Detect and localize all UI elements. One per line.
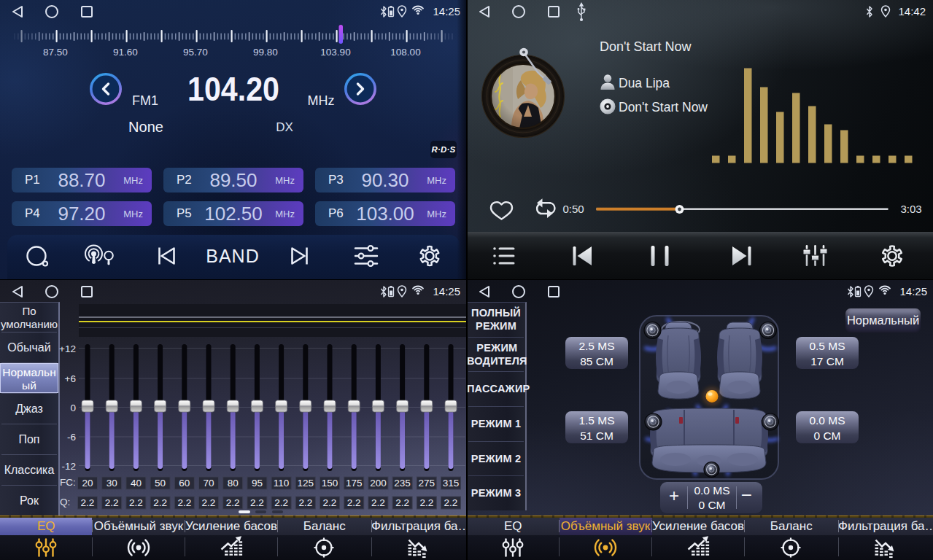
svg-text:+6: +6 [65, 373, 76, 384]
svg-text:70: 70 [203, 478, 214, 489]
svg-text:95.70: 95.70 [183, 47, 208, 58]
svg-text:2.2: 2.2 [202, 497, 216, 508]
svg-text:175: 175 [346, 478, 363, 489]
svg-text:-12: -12 [61, 461, 76, 472]
svg-text:2.2: 2.2 [81, 497, 95, 508]
svg-text:91.60: 91.60 [113, 47, 138, 58]
svg-text:+12: +12 [59, 343, 76, 354]
svg-text:14:25: 14:25 [433, 285, 460, 298]
svg-text:DX: DX [276, 120, 293, 134]
svg-text:BAND: BAND [206, 246, 259, 266]
svg-text:14:42: 14:42 [898, 5, 926, 18]
svg-text:150: 150 [322, 478, 338, 489]
svg-text:108.00: 108.00 [390, 47, 420, 58]
svg-text:80: 80 [228, 478, 239, 489]
svg-text:40: 40 [131, 478, 142, 489]
svg-text:FC:: FC: [60, 477, 76, 488]
svg-text:30: 30 [107, 478, 117, 489]
svg-text:2.2: 2.2 [444, 497, 458, 508]
svg-text:2.2: 2.2 [250, 497, 264, 508]
svg-text:2.2: 2.2 [419, 497, 433, 508]
svg-text:MHz: MHz [308, 93, 335, 108]
svg-text:103.90: 103.90 [320, 47, 350, 58]
svg-text:87.50: 87.50 [43, 47, 68, 58]
svg-text:14:25: 14:25 [899, 285, 927, 298]
svg-text:104.20: 104.20 [187, 69, 279, 108]
svg-text:2.2: 2.2 [371, 497, 385, 508]
svg-text:2.2: 2.2 [153, 497, 167, 508]
svg-text:235: 235 [394, 478, 411, 489]
svg-text:3:03: 3:03 [900, 203, 921, 215]
svg-text:None: None [128, 119, 163, 135]
svg-text:110: 110 [274, 478, 290, 489]
svg-text:FM1: FM1 [132, 93, 158, 108]
svg-text:125: 125 [298, 478, 314, 489]
svg-text:-6: -6 [67, 432, 76, 443]
svg-text:2.2: 2.2 [177, 497, 191, 508]
svg-text:275: 275 [419, 478, 435, 489]
svg-text:99.80: 99.80 [253, 47, 278, 58]
svg-text:60: 60 [179, 478, 190, 489]
svg-text:2.2: 2.2 [274, 497, 288, 508]
svg-text:200: 200 [370, 478, 387, 489]
svg-text:2.2: 2.2 [323, 497, 337, 508]
svg-text:2.2: 2.2 [298, 497, 312, 508]
svg-text:50: 50 [155, 478, 166, 489]
svg-text:0:50: 0:50 [562, 203, 584, 215]
svg-text:2.2: 2.2 [347, 497, 361, 508]
svg-text:2.2: 2.2 [105, 497, 119, 508]
svg-text:315: 315 [443, 478, 460, 489]
svg-text:2.2: 2.2 [395, 497, 409, 508]
svg-text:2.2: 2.2 [226, 497, 240, 508]
svg-text:0: 0 [70, 402, 76, 413]
svg-text:2.2: 2.2 [129, 497, 143, 508]
svg-text:Q:: Q: [60, 497, 70, 508]
svg-text:20: 20 [82, 478, 93, 489]
svg-text:95: 95 [252, 478, 263, 489]
